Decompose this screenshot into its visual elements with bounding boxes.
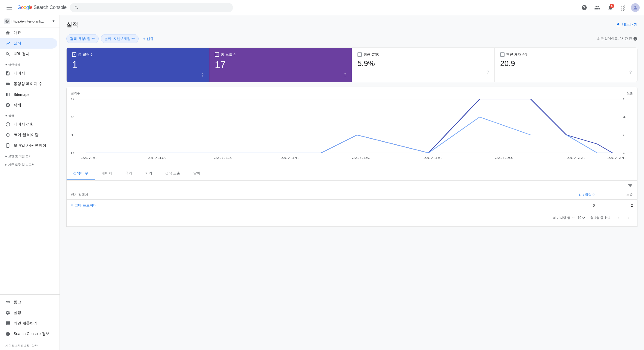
sidebar-item-mobile[interactable]: 모바일 사용 편의성 — [0, 140, 57, 151]
filter-add-button[interactable]: + 신규 — [141, 35, 156, 43]
sidebar-label-removals: 삭제 — [14, 103, 21, 108]
stat-info-clicks-icon[interactable]: ? — [201, 73, 204, 78]
tab-queries[interactable]: 검색어 수 — [67, 167, 95, 180]
svg-text:3: 3 — [71, 98, 74, 101]
sidebar-item-pages[interactable]: 페이지 — [0, 68, 57, 78]
section-experiments-label: 실험 — [8, 114, 14, 118]
search-input[interactable] — [81, 5, 229, 10]
svg-rect-0 — [7, 6, 12, 6]
section-indexing[interactable]: ▾ 색인생성 — [0, 59, 60, 68]
stat-info-position-icon[interactable]: ? — [629, 70, 632, 75]
sort-clicks-icon — [578, 193, 581, 197]
pages-icon — [5, 71, 10, 76]
svg-text:2: 2 — [71, 116, 74, 119]
sidebar-item-videos[interactable]: 동영상 페이지 수 — [0, 79, 57, 89]
sidebar-item-feedback[interactable]: 의견 제출하기 — [0, 318, 57, 329]
pagination-next[interactable] — [624, 213, 633, 222]
filter-icon[interactable] — [627, 183, 633, 188]
chevron-left-icon — [616, 215, 621, 220]
tab-pages[interactable]: 페이지 — [95, 167, 119, 180]
notifications-button[interactable]: 5 — [605, 2, 616, 13]
table-header-impressions[interactable]: 노출 — [611, 193, 633, 197]
stat-card-clicks[interactable]: 총 클릭수 1 ? — [67, 48, 209, 82]
table-cell-query[interactable]: 피그마 프로퍼티 — [71, 203, 573, 208]
sidebar-item-url-inspection[interactable]: URL 검사 — [0, 49, 57, 59]
section-legacy[interactable]: ▸ 기존 도구 및 보고서 — [0, 159, 60, 168]
svg-text:0: 0 — [623, 152, 625, 154]
stat-value-clicks: 1 — [72, 59, 204, 71]
filter-date-label: 날짜: 지난 3개월 — [104, 36, 130, 41]
privacy-link[interactable]: 개인정보처리방침 — [5, 344, 29, 348]
apps-button[interactable] — [618, 2, 629, 13]
table-cell-right: 0 2 — [573, 203, 633, 207]
tab-dates[interactable]: 날짜 — [187, 167, 207, 180]
sidebar-item-links[interactable]: 링크 — [0, 297, 57, 307]
stat-header-position: 평균 게재순위 — [500, 52, 632, 57]
section-security[interactable]: ▸ 보안 및 직접 조치 — [0, 151, 60, 159]
stat-card-impressions[interactable]: 총 노출수 17 ? — [209, 48, 352, 82]
sidebar-label-mobile: 모바일 사용 편의성 — [14, 143, 46, 148]
table-header-row: 인기 검색어 ↓ 클릭수 노출 — [67, 190, 637, 200]
page-exp-icon — [5, 122, 10, 127]
stat-checkbox-clicks[interactable] — [72, 52, 76, 57]
accounts-button[interactable] — [592, 2, 603, 13]
help-button[interactable] — [579, 2, 590, 13]
section-experiments[interactable]: ▾ 실험 — [0, 111, 60, 119]
avatar[interactable] — [631, 3, 640, 12]
stat-card-ctr[interactable]: 평균 CTR 5.9% ? — [352, 48, 495, 82]
logo[interactable]: Google Search Console — [17, 5, 67, 10]
svg-text:23.7.24.: 23.7.24. — [607, 156, 626, 159]
sidebar-label-page-exp: 페이지 경험 — [14, 122, 34, 127]
stat-info-impressions-icon[interactable]: ? — [344, 73, 346, 78]
chart-svg: 3 2 1 0 6 4 2 0 23.7.8. 23.7. — [71, 96, 633, 162]
sidebar-item-core-web-vitals[interactable]: 코어 웹 바이탈 — [0, 130, 57, 140]
svg-text:1: 1 — [71, 134, 74, 137]
sidebar-item-page-experience[interactable]: 페이지 경험 — [0, 119, 57, 130]
svg-text:4: 4 — [623, 116, 625, 119]
terms-link[interactable]: 약관 — [32, 344, 38, 348]
filter-date[interactable]: 날짜: 지난 3개월 ✏ — [101, 34, 139, 43]
stat-header-impressions: 총 노출수 — [215, 52, 346, 57]
menu-icon[interactable] — [4, 3, 14, 12]
stat-checkbox-position[interactable] — [500, 52, 505, 57]
sidebar-item-info[interactable]: Search Console 정보 — [0, 329, 57, 339]
tab-countries[interactable]: 국가 — [119, 167, 139, 180]
stat-info-ctr-icon[interactable]: ? — [487, 70, 489, 75]
table-header-clicks[interactable]: ↓ 클릭수 — [573, 193, 595, 197]
export-button[interactable]: 내보내기 — [616, 22, 637, 27]
sidebar-item-removals[interactable]: 삭제 — [0, 100, 57, 110]
section-experiments-collapse-icon: ▾ — [5, 114, 7, 118]
header-impressions-label: 노출 — [626, 193, 633, 197]
sidebar-label-pages: 페이지 — [14, 71, 25, 76]
per-page-dropdown[interactable]: 10 25 50 — [577, 216, 586, 220]
stat-checkbox-impressions[interactable] — [215, 52, 219, 57]
search-bar[interactable] — [70, 3, 233, 12]
last-updated-text: 최종 업데이트: 4시간 전 — [597, 36, 632, 41]
filter-search-type[interactable]: 검색 유형: 웹 ✏ — [66, 34, 99, 43]
search-icon — [74, 5, 79, 10]
stat-label-ctr: 평균 CTR — [363, 52, 379, 57]
pagination-prev[interactable] — [614, 213, 623, 222]
sidebar-item-settings[interactable]: 설정 — [0, 308, 57, 318]
tab-devices[interactable]: 기기 — [139, 167, 159, 180]
site-selector[interactable]: https://winter-blank... ▼ — [0, 15, 60, 27]
sidebar-item-overview[interactable]: 개요 — [0, 28, 57, 38]
layout: https://winter-blank... ▼ 개요 실적 URL 검사 ▾… — [0, 15, 644, 350]
stat-checkbox-ctr[interactable] — [357, 52, 362, 57]
main-content: 실적 내보내기 검색 유형: 웹 ✏ 날짜: 지난 3개월 ✏ + 신규 최종 … — [60, 15, 644, 350]
per-page-label: 페이지당 행 수: — [553, 216, 575, 220]
svg-text:23.7.18.: 23.7.18. — [424, 156, 442, 159]
sidebar-item-sitemaps[interactable]: Sitemaps — [0, 89, 57, 100]
sidebar: https://winter-blank... ▼ 개요 실적 URL 검사 ▾… — [0, 15, 60, 350]
links-icon — [5, 300, 10, 305]
table-toolbar — [67, 181, 637, 190]
per-page-select[interactable]: 페이지당 행 수: 10 25 50 — [553, 216, 586, 220]
header-clicks-label: ↓ 클릭수 — [583, 193, 595, 197]
sidebar-item-performance[interactable]: 실적 — [0, 38, 57, 49]
stat-card-position[interactable]: 평균 게재순위 20.9 ? — [495, 48, 637, 82]
chart-y-label-left: 클릭수 — [71, 91, 80, 95]
tab-search-appearance[interactable]: 검색 노출 — [159, 167, 187, 180]
video-icon — [5, 81, 10, 86]
sidebar-label-core-web: 코어 웹 바이탈 — [14, 133, 39, 137]
logo-text: Google Search Console — [17, 5, 67, 10]
